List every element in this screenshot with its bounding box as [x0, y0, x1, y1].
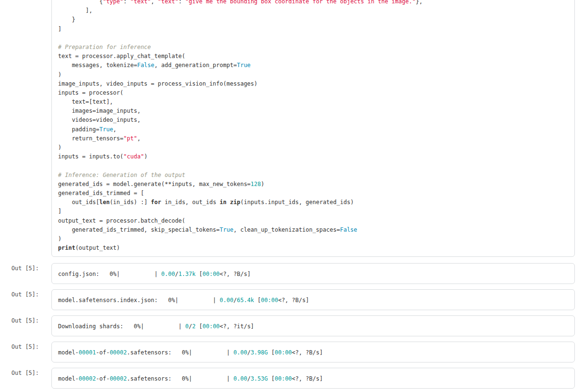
- token-m: 128: [251, 181, 261, 187]
- token-t: (inputs.input_ids, generated_ids): [240, 199, 354, 206]
- token-nb: print: [58, 245, 75, 251]
- token-t: <?, ?B/s]: [278, 297, 309, 304]
- code-cell[interactable]: {"type": "text", "text": "give me the bo…: [51, 0, 575, 257]
- token-m: 00:00: [202, 323, 219, 330]
- token-t: <?, ?B/s]: [220, 271, 251, 277]
- code-line: print(output_text): [58, 244, 570, 253]
- token-t: messages, tokenize=: [58, 62, 137, 69]
- token-m: 0.00: [161, 271, 175, 277]
- code-line: ]: [58, 25, 570, 34]
- token-s: "give me the bounding box coordinate for…: [185, 0, 415, 5]
- token-t: ,: [151, 0, 158, 5]
- token-t: , clean_up_tokenization_spaces=: [233, 226, 340, 233]
- token-t: [: [196, 271, 202, 277]
- code-line: return_tensors="pt",: [58, 134, 570, 143]
- token-t: -of-: [96, 349, 109, 356]
- code-line: image_inputs, video_inputs = process_vis…: [58, 79, 570, 88]
- token-m: 00002: [109, 349, 127, 356]
- token-t: <?, ?B/s]: [292, 349, 323, 356]
- output-row: Out [5]:model.safetensors.index.json: 0%…: [0, 289, 582, 310]
- token-t: [: [268, 349, 275, 356]
- token-t: model-: [58, 375, 79, 382]
- code-line: messages, tokenize=False, add_generation…: [58, 61, 570, 70]
- token-s: "pt": [123, 135, 137, 142]
- code-line: generated_ids = model.generate(**inputs,…: [58, 180, 570, 189]
- token-t: ): [58, 71, 61, 78]
- code-line: ]: [58, 207, 570, 216]
- output-prompt: Out [5]:: [11, 291, 39, 298]
- token-s: "text": [130, 0, 151, 5]
- output-box: model.safetensors.index.json: 0%| | 0.00…: [51, 289, 575, 310]
- token-m: 00:00: [202, 271, 219, 277]
- token-b: True: [220, 226, 234, 233]
- token-t: [: [268, 375, 275, 382]
- token-t: videos=video_inputs,: [58, 117, 140, 123]
- code-line: }: [58, 15, 570, 24]
- code-line: videos=video_inputs,: [58, 116, 570, 125]
- token-m: 00:00: [275, 349, 292, 356]
- token-t: <?, ?B/s]: [292, 375, 323, 382]
- progress-text: Downloading shards: 0%| | 0/2 [00:00<?, …: [52, 316, 574, 330]
- token-t: :: [123, 0, 130, 5]
- output-box: config.json: 0%| | 0.00/1.37k [00:00<?, …: [51, 263, 575, 284]
- code-line: text=[text],: [58, 98, 570, 107]
- code-line: inputs = inputs.to("cuda"): [58, 152, 570, 161]
- token-s: "type": [103, 0, 123, 5]
- token-t: {: [58, 0, 103, 5]
- token-t: inputs = processor(: [58, 89, 123, 96]
- progress-text: model-00002-of-00002.safetensors: 0%| | …: [52, 368, 574, 382]
- code-line: ],: [58, 6, 570, 15]
- token-t: out_ids[: [58, 199, 99, 206]
- token-m: 3.53G: [251, 375, 268, 382]
- token-m: 00002: [79, 375, 96, 382]
- token-t: [: [196, 323, 202, 330]
- code-line: text = processor.apply_chat_template(: [58, 52, 570, 61]
- code-editor: {"type": "text", "text": "give me the bo…: [52, 0, 574, 253]
- token-t: generated_ids_trimmed, skip_special_toke…: [58, 226, 220, 233]
- token-m: 3.98G: [251, 349, 268, 356]
- token-nb: zip: [230, 199, 240, 206]
- code-line: # Inference: Generation of the output: [58, 171, 570, 180]
- token-t: -of-: [96, 375, 109, 382]
- token-t: ,: [137, 135, 140, 142]
- token-t: model-: [58, 349, 79, 356]
- output-row: Out [5]:model-00002-of-00002.safetensors…: [0, 368, 582, 389]
- code-line: # Preparation for inference: [58, 43, 570, 52]
- code-line: generated_ids_trimmed, skip_special_toke…: [58, 225, 570, 235]
- token-m: 0: [185, 323, 188, 330]
- token-t: inputs = inputs.to(: [58, 153, 123, 160]
- code-line: images=image_inputs,: [58, 107, 570, 116]
- code-line: [58, 161, 570, 170]
- token-t: },: [415, 0, 422, 5]
- token-c: # Preparation for inference: [58, 44, 151, 50]
- progress-text: config.json: 0%| | 0.00/1.37k [00:00<?, …: [52, 264, 574, 277]
- token-t: /: [247, 349, 250, 356]
- code-line: {"type": "text", "text": "give me the bo…: [58, 0, 570, 6]
- token-b: False: [137, 62, 154, 69]
- token-m: 00:00: [275, 375, 292, 382]
- token-t: output_text = processor.batch_decode(: [58, 217, 185, 224]
- token-m: 0.00: [233, 349, 247, 356]
- token-t: (output_text): [75, 245, 120, 251]
- token-t: ],: [58, 7, 92, 14]
- token-m: 00:00: [261, 297, 278, 304]
- code-line: inputs = processor(: [58, 88, 570, 98]
- token-m: 0.00: [233, 375, 247, 382]
- token-t: /: [175, 271, 178, 277]
- token-t: [: [254, 297, 261, 304]
- progress-text: model-00001-of-00002.safetensors: 0%| | …: [52, 342, 574, 356]
- output-row: Out [5]:Downloading shards: 0%| | 0/2 [0…: [0, 315, 582, 336]
- token-m: 65.4k: [237, 297, 254, 304]
- token-s: "cuda": [123, 153, 144, 160]
- token-t: ): [58, 235, 61, 242]
- token-b: False: [340, 226, 357, 233]
- token-t: ): [144, 153, 148, 160]
- token-t: text=[text],: [58, 98, 113, 105]
- code-line: ): [58, 235, 570, 244]
- token-t: generated_ids = model.generate(**inputs,…: [58, 181, 251, 187]
- token-t: /: [233, 297, 237, 304]
- token-nb: len: [99, 199, 110, 206]
- token-t: (in_ids) :]: [109, 199, 151, 206]
- token-t: <?, ?it/s]: [220, 323, 254, 330]
- token-k: for: [151, 199, 161, 206]
